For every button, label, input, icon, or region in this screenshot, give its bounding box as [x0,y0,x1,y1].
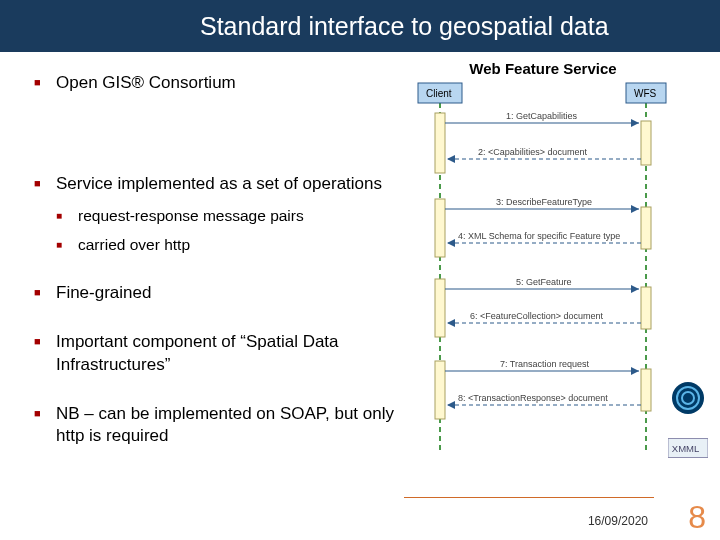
svg-marker-21 [447,319,455,327]
svg-rect-22 [435,361,445,419]
slide-title: Standard interface to geospatial data [200,12,609,41]
content-body: Open GIS® Consortium Service implemented… [34,72,404,474]
sequence-diagram: Web Feature Service Client WFS 1: GetCap… [408,60,678,461]
seq-msg: 5: GetFeature [516,277,572,287]
svg-rect-10 [435,199,445,257]
sub-bullet-item: request-response message pairs [56,206,404,227]
lifeline-wfs-label: WFS [634,88,657,99]
seq-msg: 4: XML Schema for specific Feature type [458,231,620,241]
bullet-item: Open GIS® Consortium [34,72,404,95]
slide: Standard interface to geospatial data Op… [0,0,720,540]
sequence-svg: Client WFS 1: GetCapabilities 2: <Capabi… [408,81,678,461]
svg-rect-5 [641,121,651,165]
svg-text:XMML: XMML [672,443,700,454]
footer-rule [404,497,654,499]
svg-marker-9 [447,155,455,163]
svg-rect-23 [641,369,651,411]
diagram-title: Web Feature Service [408,60,678,77]
bullet-text: Service implemented as a set of operatio… [56,174,382,193]
bullet-text: request-response message pairs [78,207,304,224]
sub-bullet-item: carried over http [56,235,404,256]
bullet-text: Open GIS® Consortium [56,73,236,92]
bullet-text: Important component of “Spatial Data Inf… [56,332,339,374]
page-number: 8 [688,499,706,536]
bullet-text: NB – can be implemented on SOAP, but onl… [56,404,394,446]
svg-marker-15 [447,239,455,247]
footer-date: 16/09/2020 [588,514,648,528]
svg-rect-16 [435,279,445,337]
bullet-item: Service implemented as a set of operatio… [34,173,404,256]
title-bar: Standard interface to geospatial data [0,0,720,52]
bullet-item: NB – can be implemented on SOAP, but onl… [34,403,404,449]
svg-rect-11 [641,207,651,249]
csiro-logo [668,378,708,418]
bullet-text: Fine-grained [56,283,151,302]
bullet-item: Important component of “Spatial Data Inf… [34,331,404,377]
seq-msg: 6: <FeatureCollection> document [470,311,604,321]
logo-stack: XMML [668,378,712,478]
bullet-item: Fine-grained [34,282,404,305]
svg-marker-19 [631,285,639,293]
seq-msg: 8: <TransactionResponse> document [458,393,608,403]
svg-marker-13 [631,205,639,213]
svg-rect-4 [435,113,445,173]
seq-msg: 2: <Capabilities> document [478,147,588,157]
seq-msg: 3: DescribeFeatureType [496,197,592,207]
lifeline-client-label: Client [426,88,452,99]
svg-marker-27 [447,401,455,409]
seq-msg: 1: GetCapabilities [506,111,578,121]
bullet-text: carried over http [78,236,190,253]
seq-msg: 7: Transaction request [500,359,590,369]
svg-rect-17 [641,287,651,329]
svg-marker-7 [631,119,639,127]
svg-marker-25 [631,367,639,375]
xmml-logo: XMML [668,428,708,468]
